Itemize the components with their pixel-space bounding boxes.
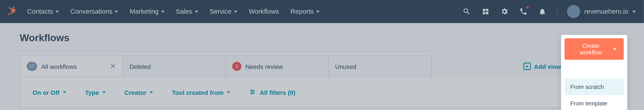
chevron-down-icon xyxy=(613,48,616,50)
nav-separator xyxy=(557,6,557,17)
search-icon[interactable] xyxy=(462,7,471,16)
nav-item-label: Sales xyxy=(176,8,192,15)
tab-all-workflows[interactable]: 17All workflows✕ xyxy=(20,56,123,77)
all-filters-button[interactable]: All filters (0) xyxy=(249,88,296,96)
marketplace-icon[interactable] xyxy=(481,7,490,16)
nav-item-label: Workflows xyxy=(249,8,279,15)
notification-dot xyxy=(526,5,530,10)
nav-item-sales[interactable]: Sales xyxy=(176,8,198,15)
nav-item-conversations[interactable]: Conversations xyxy=(70,8,118,15)
badge: 5 xyxy=(232,62,242,71)
filters-row: On or OffTypeCreatorTool created from Al… xyxy=(20,77,624,107)
nav-item-workflows[interactable]: Workflows xyxy=(249,8,279,15)
filter-creator[interactable]: Creator xyxy=(124,89,153,96)
nav-item-service[interactable]: Service xyxy=(210,8,237,15)
account-name: revenuehero.io xyxy=(584,8,628,15)
page-header: Workflows Create workflow From scratchFr… xyxy=(0,23,644,51)
tab-unused[interactable]: Unused xyxy=(328,56,432,77)
plus-icon: + xyxy=(523,63,531,70)
svg-point-10 xyxy=(251,93,252,94)
dropdown-options: From scratchFrom template xyxy=(564,79,624,110)
filters-list: On or OffTypeCreatorTool created from xyxy=(32,89,230,96)
create-workflow-button[interactable]: Create workflow xyxy=(564,38,624,60)
tab-label: All workflows xyxy=(41,63,77,70)
tab-label: Unused xyxy=(335,63,356,70)
svg-point-8 xyxy=(250,89,252,91)
page-title: Workflows xyxy=(20,32,70,44)
tab-needs-review[interactable]: 5Needs review xyxy=(226,56,328,77)
filter-label: Creator xyxy=(124,89,146,96)
filter-on-or-off[interactable]: On or Off xyxy=(32,89,66,96)
nav-item-label: Contacts xyxy=(27,8,53,15)
chevron-down-icon xyxy=(63,91,66,93)
filters-panel: On or OffTypeCreatorTool created from Al… xyxy=(20,77,624,108)
nav-item-reports[interactable]: Reports xyxy=(290,8,319,15)
all-filters-label: All filters (0) xyxy=(260,89,295,96)
tab-label: Deleted xyxy=(130,63,151,70)
sliders-icon xyxy=(249,88,256,96)
nav-item-contacts[interactable]: Contacts xyxy=(27,8,59,15)
calling-icon-wrap[interactable] xyxy=(519,7,528,16)
tab-label: Needs review xyxy=(246,63,283,70)
dropdown-item-from-scratch[interactable]: From scratch xyxy=(564,79,624,95)
header-divider xyxy=(0,51,644,51)
bell-icon[interactable] xyxy=(538,7,547,16)
dropdown-item-from-template[interactable]: From template xyxy=(564,95,624,110)
chevron-down-icon xyxy=(115,11,118,13)
filter-tool-created-from[interactable]: Tool created from xyxy=(172,89,230,96)
nav-right: revenuehero.io xyxy=(462,5,636,18)
filter-label: Tool created from xyxy=(172,89,224,96)
svg-rect-1 xyxy=(8,14,9,15)
gear-icon[interactable] xyxy=(500,7,509,16)
badge: 17 xyxy=(27,62,37,71)
avatar xyxy=(567,5,580,18)
content-area: 17All workflows✕Deleted5Needs reviewUnus… xyxy=(0,56,644,108)
chevron-down-icon xyxy=(632,11,636,13)
chevron-down-icon xyxy=(234,11,237,13)
chevron-down-icon xyxy=(150,91,153,93)
filter-label: On or Off xyxy=(32,89,60,96)
chevron-down-icon xyxy=(227,91,230,93)
chevron-down-icon xyxy=(56,11,59,13)
nav-item-marketing[interactable]: Marketing xyxy=(130,8,164,15)
nav-items: ContactsConversationsMarketingSalesServi… xyxy=(27,8,319,15)
nav-item-label: Marketing xyxy=(130,8,158,15)
svg-rect-2 xyxy=(13,6,14,9)
tabs-row: 17All workflows✕Deleted5Needs reviewUnus… xyxy=(20,56,624,77)
svg-point-9 xyxy=(253,91,254,92)
nav-item-label: Reports xyxy=(290,8,314,15)
tab-deleted[interactable]: Deleted xyxy=(123,56,226,77)
hubspot-logo[interactable] xyxy=(5,5,18,18)
filter-label: Type xyxy=(85,89,99,96)
create-workflow-label: Create workflow xyxy=(572,42,610,56)
filter-type[interactable]: Type xyxy=(85,89,106,96)
create-workflow-dropdown: Create workflow From scratchFrom templat… xyxy=(561,35,627,110)
account-menu[interactable]: revenuehero.io xyxy=(567,5,636,18)
chevron-down-icon xyxy=(316,11,319,13)
chevron-down-icon xyxy=(102,91,106,93)
close-icon[interactable]: ✕ xyxy=(110,63,116,70)
nav-item-label: Service xyxy=(210,8,232,15)
view-tabs: 17All workflows✕Deleted5Needs reviewUnus… xyxy=(20,56,432,77)
top-nav: ContactsConversationsMarketingSalesServi… xyxy=(0,0,644,23)
chevron-down-icon xyxy=(161,11,164,13)
chevron-down-icon xyxy=(195,11,198,13)
nav-item-label: Conversations xyxy=(70,8,112,15)
